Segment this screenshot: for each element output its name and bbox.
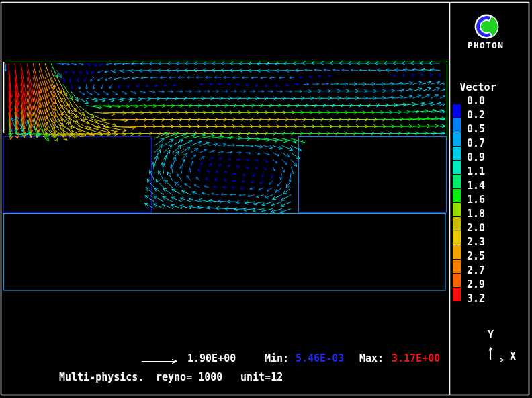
velocity-vector	[351, 69, 358, 71]
velocity-vector	[264, 159, 268, 162]
velocity-vector	[123, 77, 131, 79]
legend-tick-label: 0.9	[467, 153, 485, 163]
velocity-vector	[248, 69, 258, 72]
velocity-vector	[141, 77, 148, 79]
velocity-vector	[79, 91, 85, 95]
velocity-vector	[267, 91, 273, 93]
velocity-vector	[429, 61, 440, 65]
block-right-outline	[299, 137, 447, 213]
velocity-vector	[193, 69, 203, 72]
velocity-vector	[167, 62, 176, 65]
velocity-vector	[175, 182, 182, 188]
velocity-vector	[148, 69, 158, 72]
velocity-vector	[185, 61, 195, 65]
velocity-vector	[281, 202, 291, 206]
velocity-vector	[431, 95, 438, 99]
velocity-vector	[386, 96, 395, 100]
velocity-vector	[106, 63, 112, 65]
velocity-vector	[194, 185, 200, 188]
velocity-vector	[330, 61, 340, 65]
velocity-vector	[282, 145, 293, 150]
velocity-vector	[386, 89, 395, 93]
velocity-vector	[312, 83, 318, 85]
velocity-vector	[267, 97, 277, 100]
velocity-vector	[342, 69, 349, 71]
velocity-vector	[250, 188, 255, 190]
legend-color-swatch	[453, 189, 461, 202]
velocity-vector	[146, 188, 154, 195]
velocity-vector	[167, 172, 173, 181]
velocity-vector	[377, 69, 385, 72]
velocity-vector	[71, 120, 92, 130]
velocity-vector	[203, 69, 213, 72]
velocity-vector	[77, 77, 79, 82]
reference-vector-arrow	[142, 360, 177, 364]
velocity-vector	[182, 141, 193, 146]
velocity-vector	[204, 186, 210, 188]
velocity-vector	[185, 184, 191, 188]
velocity-vector	[118, 84, 122, 87]
velocity-vector	[63, 71, 67, 73]
velocity-vector	[203, 61, 212, 65]
velocity-vector	[255, 145, 263, 148]
velocity-vector	[404, 88, 413, 91]
velocity-vector	[265, 195, 273, 199]
velocity-vector	[233, 173, 236, 175]
velocity-vector	[270, 77, 276, 79]
velocity-vector	[394, 74, 396, 77]
velocity-vector	[200, 163, 203, 167]
velocity-vector	[165, 84, 167, 86]
velocity-vector	[282, 159, 287, 165]
velocity-vector	[280, 209, 291, 214]
velocity-vector	[232, 76, 239, 78]
max-label: Max:	[359, 354, 384, 364]
velocity-vector	[431, 87, 439, 91]
velocity-vector	[159, 171, 164, 181]
velocity-vector	[218, 164, 221, 167]
velocity-vector	[285, 84, 289, 86]
caption-segment: reyno= 1000	[156, 372, 222, 383]
reference-value: 1.90E+00	[187, 354, 236, 364]
velocity-vector	[204, 90, 210, 92]
velocity-vector	[178, 76, 185, 78]
velocity-vector	[210, 83, 213, 85]
velocity-vector	[285, 69, 294, 72]
legend-color-swatch	[453, 132, 461, 146]
velocity-vector	[84, 77, 86, 82]
legend-tick-label: 0.2	[467, 110, 485, 120]
velocity-vector	[294, 97, 304, 100]
velocity-vector	[85, 84, 87, 89]
velocity-vector	[180, 198, 191, 202]
velocity-vector	[330, 83, 338, 85]
velocity-vector	[225, 171, 228, 173]
velocity-vector	[340, 82, 348, 85]
velocity-vector	[420, 73, 423, 77]
velocity-vector	[358, 83, 366, 86]
velocity-vector	[376, 83, 385, 86]
velocity-vector	[94, 91, 99, 95]
velocity-vector	[222, 97, 232, 100]
velocity-vector	[209, 157, 213, 159]
legend-color-swatch	[453, 274, 461, 287]
velocity-vector	[121, 69, 130, 73]
velocity-vector	[144, 204, 154, 209]
velocity-vector	[39, 71, 48, 99]
velocity-vector	[258, 97, 268, 100]
velocity-vector	[94, 63, 96, 67]
velocity-vector	[294, 83, 299, 85]
velocity-vector	[230, 90, 236, 92]
velocity-vector	[63, 63, 69, 65]
velocity-vector	[227, 165, 230, 167]
velocity-vector	[440, 96, 445, 99]
velocity-vector	[161, 163, 164, 174]
velocity-vector	[209, 150, 215, 153]
velocity-vector	[154, 196, 164, 202]
velocity-vector	[291, 159, 297, 166]
velocity-vector	[324, 69, 330, 71]
velocity-vector	[206, 178, 209, 181]
velocity-vector	[146, 84, 148, 87]
velocity-vector	[147, 179, 154, 188]
velocity-vector	[255, 153, 260, 155]
velocity-vector	[258, 90, 264, 92]
velocity-vector	[304, 97, 314, 100]
